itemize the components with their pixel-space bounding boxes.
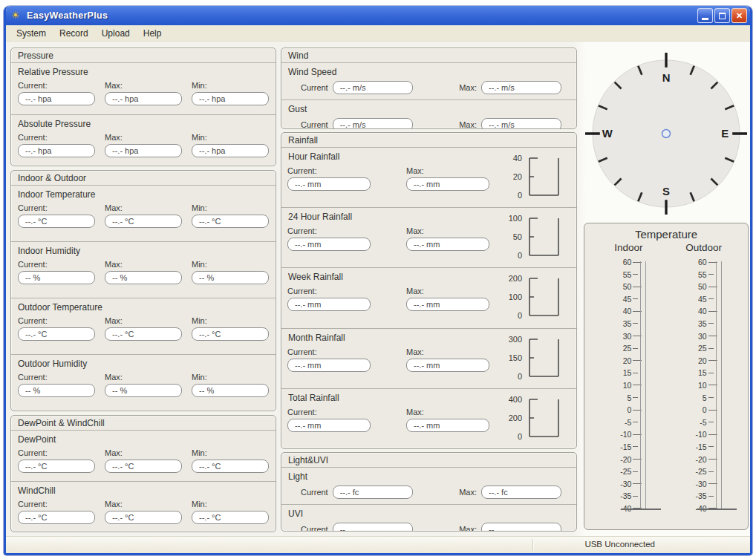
scale-tick-row: 25	[593, 344, 664, 352]
scale-tick-row: -25	[593, 468, 664, 475]
section-indoor-humidity: Indoor Humidity Current: -- % Max: -- % …	[11, 241, 276, 298]
scale-tick-row: -35	[593, 492, 664, 500]
close-button[interactable]: ✕	[731, 8, 747, 23]
status-bar: USB Unconnected	[6, 536, 750, 553]
section-total-rainfall: Total Rainfall Current: --.- mm Max: --.…	[281, 388, 576, 448]
value-box[interactable]: --.- mm	[287, 419, 371, 432]
field-current: Current --.- fc	[301, 486, 413, 499]
group-rainfall: Rainfall Hour Rainfall Current: --.- mm …	[281, 132, 577, 449]
field-current: Current: --.- mm	[287, 408, 371, 432]
value-box[interactable]: --.- °C	[18, 460, 95, 473]
group-light-uvi: Light&UVI Light Current --.- fc Max: --.…	[281, 452, 577, 532]
field-max: Max: --.- mm	[406, 287, 489, 311]
value-box[interactable]: --.- °C	[18, 511, 95, 524]
value-box[interactable]: --.- °C	[105, 460, 182, 473]
section-label: Wind Speed	[287, 65, 570, 79]
menu-bar: System Record Upload Help	[6, 25, 750, 42]
value-box[interactable]: --.- hpa	[105, 144, 182, 157]
section-label: Relative Pressure	[17, 65, 270, 79]
value-box[interactable]: --.- fc	[333, 486, 413, 499]
value-box[interactable]: --.- mm	[287, 177, 371, 191]
field-label: Max:	[105, 260, 182, 269]
field-min: Min: --.- °C	[192, 500, 269, 524]
scale-tick-row: 45	[593, 295, 664, 303]
menu-help[interactable]: Help	[137, 27, 168, 40]
value-box[interactable]: --.- mm	[406, 238, 489, 251]
value-box[interactable]: --.- m/s	[481, 118, 561, 129]
gauge-tick-labels: 100 50 0	[509, 215, 522, 259]
value-box[interactable]: --.- m/s	[333, 81, 413, 94]
value-box[interactable]: --.- °C	[192, 327, 269, 341]
gauge-tick: 100	[509, 293, 522, 301]
field-label: Min:	[192, 133, 269, 142]
field-max: Max: -- %	[105, 260, 182, 284]
value-box[interactable]: --.- m/s	[333, 118, 413, 129]
main-content: Pressure Relative Pressure Current: --.-…	[6, 42, 750, 536]
rain-gauge: 400 200 0	[509, 396, 564, 440]
value-box[interactable]: -- %	[18, 384, 95, 397]
value-box[interactable]: --.- mm	[287, 238, 371, 251]
minimize-button[interactable]	[697, 8, 713, 23]
value-box[interactable]: --.- mm	[406, 298, 489, 311]
field-label: Max:	[105, 203, 182, 212]
value-box[interactable]: --.- °C	[18, 327, 95, 341]
menu-system[interactable]: System	[10, 27, 52, 40]
title-bar: ☀ EasyWeatherPlus ✕	[6, 6, 750, 25]
section-label: Outdoor Humidity	[17, 357, 270, 371]
value-box[interactable]: --	[481, 523, 561, 532]
field-label: Max:	[459, 120, 477, 129]
value-box[interactable]: --.- °C	[192, 460, 269, 473]
value-box[interactable]: --.- hpa	[18, 92, 95, 105]
field-current: Current --	[301, 523, 413, 532]
value-box[interactable]: --	[333, 523, 413, 532]
thermometer-tube	[640, 261, 646, 509]
value-box[interactable]: --.- mm	[287, 359, 371, 372]
field-max: Max: --	[459, 523, 561, 532]
section-label: Absolute Pressure	[17, 117, 270, 131]
value-box[interactable]: --.- fc	[481, 486, 561, 499]
value-box[interactable]: -- %	[192, 384, 269, 397]
value-box[interactable]: --.- mm	[406, 177, 489, 191]
gauge-axis-icon	[524, 154, 564, 199]
value-box[interactable]: --.- °C	[105, 215, 182, 228]
section-dewpoint: DewPoint Current: --.- °C Max: --.- °C M…	[11, 431, 276, 481]
wind-direction-compass: N E S W	[581, 48, 750, 220]
gauge-tick: 300	[509, 336, 522, 343]
group-pressure: Pressure Relative Pressure Current: --.-…	[10, 48, 276, 166]
field-max: Max: --.- mm	[406, 166, 489, 191]
gauge-tick: 40	[513, 154, 522, 162]
window-title: EasyWeatherPlus	[27, 10, 696, 21]
value-box[interactable]: -- %	[18, 271, 95, 284]
value-box[interactable]: -- %	[105, 384, 182, 397]
value-box[interactable]: --.- °C	[18, 215, 95, 228]
gauge-tick: 100	[509, 215, 522, 222]
value-box[interactable]: --.- mm	[287, 298, 371, 311]
value-box[interactable]: --.- mm	[406, 419, 489, 432]
field-min: Min: --.- hpa	[192, 81, 269, 105]
field-label: Min:	[192, 448, 269, 457]
field-label: Max:	[105, 373, 182, 382]
maximize-button[interactable]	[714, 8, 730, 23]
value-box[interactable]: --.- hpa	[192, 144, 269, 157]
field-label: Min:	[192, 260, 269, 269]
gauge-axis-icon	[524, 396, 564, 440]
value-box[interactable]: --.- mm	[406, 359, 489, 372]
value-box[interactable]: --.- °C	[192, 215, 269, 228]
menu-upload[interactable]: Upload	[96, 27, 136, 40]
value-box[interactable]: --.- m/s	[481, 81, 561, 94]
section-label: WindChill	[17, 484, 270, 498]
value-box[interactable]: -- %	[105, 271, 182, 284]
group-title: Wind	[281, 48, 576, 63]
value-box[interactable]: --.- °C	[105, 327, 182, 341]
value-box[interactable]: --.- °C	[192, 511, 269, 524]
value-box[interactable]: --.- hpa	[105, 92, 182, 105]
group-title: Light&UVI	[281, 453, 576, 468]
value-box[interactable]: --.- hpa	[192, 92, 269, 105]
field-max: Max: --.- fc	[459, 486, 561, 499]
menu-record[interactable]: Record	[53, 27, 94, 40]
value-box[interactable]: -- %	[192, 271, 269, 284]
section-label: DewPoint	[17, 433, 270, 447]
value-box[interactable]: --.- °C	[105, 511, 182, 524]
field-label: Max:	[105, 316, 182, 325]
value-box[interactable]: --.- hpa	[18, 144, 95, 157]
